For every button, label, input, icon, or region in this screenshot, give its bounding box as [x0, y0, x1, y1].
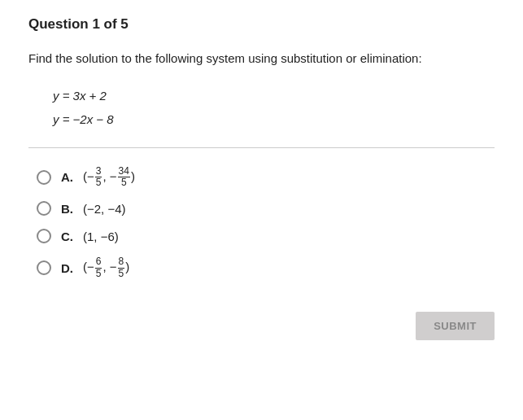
option-c-label: C.	[61, 230, 73, 243]
question-header: Question 1 of 5	[28, 16, 495, 33]
option-c-value: (1, −6)	[83, 230, 119, 243]
submit-area: SUBMIT	[28, 312, 495, 340]
option-d-value: (−65, −85)	[83, 256, 129, 278]
equation-2: y = −2x − 8	[53, 108, 495, 132]
radio-d[interactable]	[37, 260, 51, 275]
option-d-label: D.	[61, 261, 73, 275]
option-d[interactable]: D. (−65, −85)	[37, 256, 495, 278]
option-a[interactable]: A. (−35, −345)	[37, 166, 495, 188]
equation-1: y = 3x + 2	[53, 85, 495, 108]
radio-c[interactable]	[37, 229, 51, 243]
option-b[interactable]: B. (−2, −4)	[37, 201, 495, 216]
section-divider	[28, 147, 495, 148]
option-a-value: (−35, −345)	[83, 166, 135, 188]
radio-a[interactable]	[37, 170, 51, 185]
answer-options: A. (−35, −345) B. (−2, −4) C. (1, −6) D.…	[37, 166, 495, 279]
option-a-label: A.	[61, 170, 73, 184]
submit-button[interactable]: SUBMIT	[416, 312, 495, 340]
option-c[interactable]: C. (1, −6)	[37, 229, 495, 243]
equations-block: y = 3x + 2 y = −2x − 8	[53, 85, 495, 131]
option-b-value: (−2, −4)	[83, 202, 126, 216]
radio-b[interactable]	[37, 201, 51, 216]
question-text: Find the solution to the following syste…	[28, 49, 495, 68]
option-b-label: B.	[61, 202, 73, 216]
